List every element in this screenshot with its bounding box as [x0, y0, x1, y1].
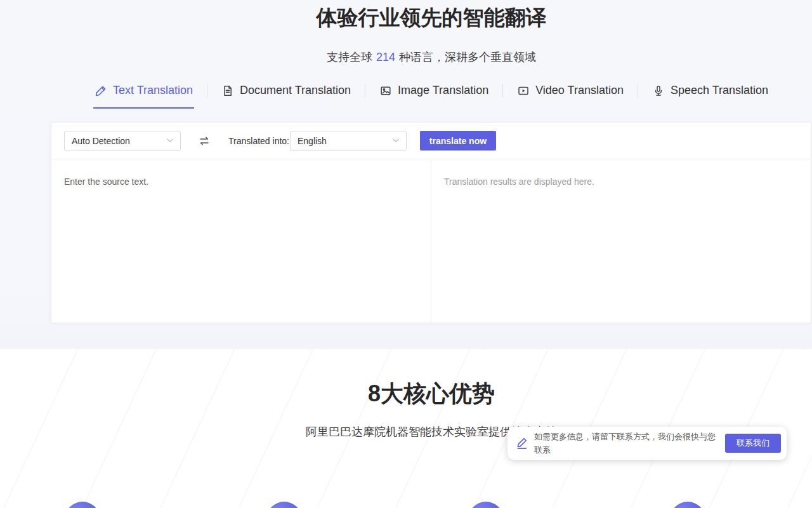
- result-placeholder: Translation results are displayed here.: [444, 177, 594, 187]
- translator-editors: Enter the source text. Translation resul…: [51, 159, 811, 323]
- chevron-down-icon: [167, 138, 173, 143]
- source-placeholder: Enter the source text.: [64, 177, 148, 187]
- source-language-select[interactable]: Auto Detection: [64, 131, 181, 151]
- advantages-title: 8大核心优势: [51, 380, 812, 408]
- chevron-down-icon: [393, 138, 399, 143]
- swap-arrows-icon: [199, 135, 210, 147]
- tab-speech-translation[interactable]: Speech Translation: [651, 79, 769, 109]
- translator-toolbar: Auto Detection Translated into: English …: [51, 123, 811, 159]
- advantage-icon-circle: [468, 502, 504, 508]
- advantage-icon-circle: [266, 502, 302, 508]
- advantage-icon-circle: [65, 502, 100, 508]
- translator-panel: Auto Detection Translated into: English …: [51, 122, 811, 323]
- tab-divider: [365, 84, 365, 97]
- source-text-input[interactable]: Enter the source text.: [51, 159, 431, 323]
- tab-image-translation[interactable]: Image Translation: [378, 79, 490, 109]
- tab-divider: [638, 84, 638, 97]
- subtitle-prefix: 支持全球: [327, 51, 372, 64]
- source-language-value: Auto Detection: [72, 136, 130, 146]
- microphone-icon: [652, 84, 665, 97]
- page-title: 体验行业领先的智能翻译: [51, 4, 812, 32]
- contact-message: 如需更多信息，请留下联系方式，我们会很快与您联系: [534, 430, 723, 457]
- tab-divider: [502, 84, 503, 97]
- tab-label: Video Translation: [535, 84, 624, 97]
- hero-section: 体验行业领先的智能翻译 支持全球214种语言，深耕多个垂直领域 Text Tra…: [0, 0, 812, 349]
- target-language-select[interactable]: English: [290, 131, 407, 151]
- document-icon: [221, 84, 234, 97]
- tab-video-translation[interactable]: Video Translation: [516, 79, 625, 109]
- tab-label: Text Translation: [113, 84, 193, 97]
- contact-widget: 如需更多信息，请留下联系方式，我们会很快与您联系 联系我们: [508, 427, 787, 460]
- subtitle-suffix: 种语言，深耕多个垂直领域: [399, 51, 536, 64]
- pencil-icon: [95, 84, 107, 97]
- video-play-icon: [517, 84, 530, 97]
- tab-label: Speech Translation: [671, 84, 768, 97]
- pencil-icon: [515, 436, 529, 450]
- hero-subtitle: 支持全球214种语言，深耕多个垂直领域: [51, 48, 812, 66]
- translation-result-area: Translation results are displayed here.: [431, 159, 811, 323]
- translate-now-button[interactable]: translate now: [420, 131, 496, 150]
- language-count: 214: [376, 51, 395, 64]
- target-language-value: English: [298, 136, 327, 146]
- swap-languages-button[interactable]: [195, 131, 214, 150]
- tab-text-translation[interactable]: Text Translation: [93, 79, 194, 109]
- image-icon: [379, 84, 392, 97]
- tab-label: Image Translation: [398, 84, 488, 97]
- tab-divider: [207, 84, 207, 97]
- target-language-label: Translated into:: [228, 136, 289, 146]
- translation-landing-page: 体验行业领先的智能翻译 支持全球214种语言，深耕多个垂直领域 Text Tra…: [0, 0, 812, 508]
- tab-label: Document Translation: [240, 84, 351, 97]
- advantage-icon-circle: [670, 502, 705, 508]
- translation-mode-tabs: Text Translation Document Translation Im…: [51, 79, 812, 109]
- contact-us-button[interactable]: 联系我们: [725, 434, 781, 453]
- tab-document-translation[interactable]: Document Translation: [220, 79, 352, 109]
